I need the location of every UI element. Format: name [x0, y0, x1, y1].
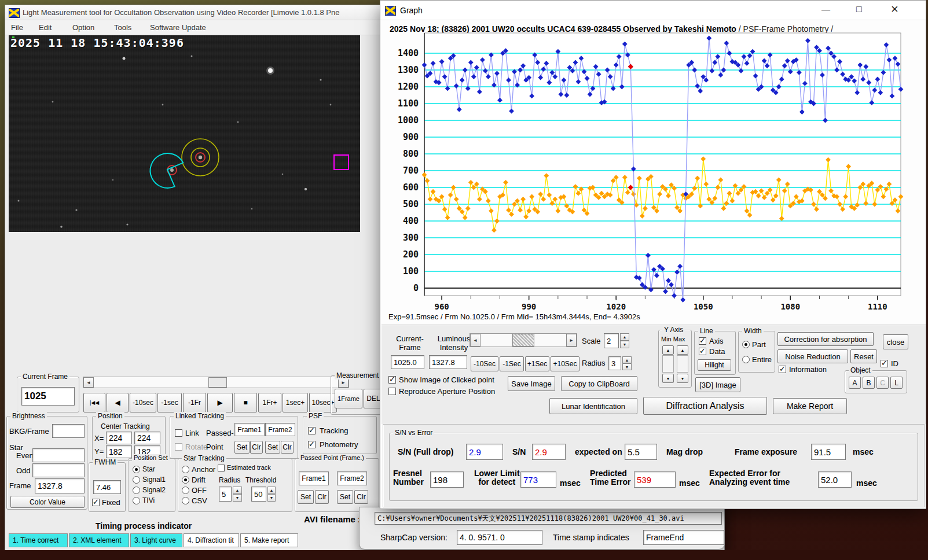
graph-scroll-left-icon[interactable]: ◄: [470, 334, 480, 347]
make-report-button[interactable]: Make Report: [773, 398, 847, 414]
reproduce-checkbox[interactable]: [388, 388, 396, 395]
estimated-track-checkbox[interactable]: [218, 465, 225, 471]
passed-clr2-button[interactable]: Clr: [354, 490, 368, 504]
linked-clr1-button[interactable]: Clr: [250, 441, 263, 454]
passed-set1-button[interactable]: Set: [298, 490, 314, 504]
scale-up-icon[interactable]: ▲: [620, 333, 629, 341]
radio-star[interactable]: [133, 466, 140, 473]
threshold-spinner[interactable]: ▲▼: [267, 487, 276, 502]
line-axis-checkbox[interactable]: [699, 337, 706, 345]
threshold-value[interactable]: 50: [251, 487, 266, 502]
x-tracking-value[interactable]: 224: [134, 432, 160, 444]
linked-clr2-button[interactable]: Clr: [281, 441, 294, 454]
close-button[interactable]: close: [883, 334, 908, 349]
light-curve-plot[interactable]: 0100200300400500600700800900100011001200…: [382, 32, 926, 321]
width-part-radio[interactable]: [742, 341, 750, 348]
menu-software-update[interactable]: Software Update: [150, 23, 206, 32]
radius-spinner[interactable]: ▲▼: [233, 487, 242, 502]
video-frame[interactable]: 2025 11 18 15:43:04:396: [9, 35, 360, 232]
ymin-up-button[interactable]: ▲: [662, 345, 674, 355]
timing-step-5[interactable]: 5. Make report: [240, 533, 298, 547]
plus-1sec-button[interactable]: 1sec+: [283, 393, 308, 412]
line-data-checkbox[interactable]: [699, 348, 706, 355]
radio-drift[interactable]: [182, 476, 189, 484]
radio-off[interactable]: [182, 487, 189, 494]
menu-file[interactable]: File: [11, 23, 23, 32]
radius-value[interactable]: 5: [219, 487, 232, 502]
plus-1frame-button[interactable]: 1Fr+: [258, 393, 281, 412]
passed-frame2-box[interactable]: Frame2: [337, 471, 367, 485]
even-input[interactable]: [32, 448, 85, 462]
sn-fulldrop-value[interactable]: 2.9: [466, 444, 503, 460]
sharpcap-version-value[interactable]: 4. 0. 9571. 0: [457, 530, 542, 545]
minus-10sec-button[interactable]: -10sec: [130, 393, 156, 412]
reset-button[interactable]: Reset: [850, 349, 877, 363]
graph-scrollbar[interactable]: ◄ ►: [469, 333, 577, 347]
video-scroll-thumb[interactable]: [208, 377, 227, 388]
passed-clr1-button[interactable]: Clr: [315, 490, 329, 504]
timing-step-4[interactable]: 4. Diffraction tit: [184, 533, 239, 547]
expected-on-value[interactable]: 5.5: [625, 444, 657, 460]
close-icon[interactable]: ×: [891, 2, 898, 17]
radio-anchor[interactable]: [182, 466, 189, 473]
fresnel-value[interactable]: 198: [430, 471, 464, 488]
radius-down-icon[interactable]: ▼: [233, 494, 242, 502]
gr-luminous-value[interactable]: 1327.8: [429, 355, 467, 369]
radio-signal1[interactable]: [133, 476, 140, 484]
scale-value[interactable]: 2: [604, 333, 619, 348]
linked-frame2-box[interactable]: Frame2: [265, 423, 295, 436]
current-frame-input[interactable]: 1025: [21, 387, 75, 406]
frame-brightness-value[interactable]: 1327.8: [35, 478, 85, 493]
diffraction-analysis-button[interactable]: Diffraction Analysis: [643, 397, 767, 415]
lower-limit-value[interactable]: 773: [520, 471, 556, 488]
object-a-button[interactable]: A: [849, 377, 861, 389]
linked-frame1-box[interactable]: Frame1: [234, 423, 265, 436]
minus-1frame-button[interactable]: -1Fr: [183, 393, 206, 412]
threshold-down-icon[interactable]: ▼: [267, 494, 276, 502]
passed-frame1-box[interactable]: Frame1: [299, 471, 329, 485]
timing-step-1[interactable]: 1. Time correct: [9, 533, 68, 547]
maximize-icon[interactable]: □: [856, 4, 862, 14]
gr-radius-up-icon[interactable]: ▲: [622, 356, 632, 363]
step-back-button[interactable]: ◀: [107, 393, 129, 412]
stop-button[interactable]: ■: [234, 393, 257, 412]
image-3d-button[interactable]: [3D] Image: [695, 377, 740, 392]
minimize-icon[interactable]: —: [821, 4, 830, 14]
predicted-value[interactable]: 539: [634, 471, 676, 488]
object-b-button[interactable]: B: [863, 377, 875, 389]
ymax-up-button[interactable]: ▲: [677, 345, 688, 355]
odd-input[interactable]: [32, 463, 85, 477]
radio-tivi[interactable]: [133, 497, 140, 504]
ymin-down-button[interactable]: ▼: [662, 374, 674, 383]
scroll-left-icon[interactable]: ◄: [83, 377, 94, 388]
gr-radius-spinner[interactable]: ▲▼: [622, 356, 632, 370]
one-frame-button[interactable]: 1Frame: [335, 389, 362, 408]
information-checkbox[interactable]: [779, 366, 786, 373]
skip-start-button[interactable]: |◀◀: [83, 393, 105, 412]
bkg-frame-input[interactable]: [52, 424, 85, 438]
object-l-button[interactable]: L: [890, 377, 903, 389]
correction-absorption-button[interactable]: Correction for absorption: [777, 332, 874, 346]
threshold-up-icon[interactable]: ▲: [267, 487, 276, 494]
passed-set2-button[interactable]: Set: [337, 490, 353, 504]
fwhm-value[interactable]: 7.46: [93, 480, 121, 494]
noise-reduction-button[interactable]: Noise Reduction: [777, 349, 848, 363]
width-entire-radio[interactable]: [742, 356, 750, 363]
show-image-checkbox[interactable]: [388, 376, 396, 384]
plus-1sec-graph-button[interactable]: +1Sec: [525, 356, 549, 371]
gr-current-frame-value[interactable]: 1025.0: [391, 355, 424, 369]
minus-10sec-graph-button[interactable]: -10Sec: [471, 356, 498, 371]
radio-signal2[interactable]: [133, 487, 140, 494]
x-center-value[interactable]: 224: [106, 432, 132, 444]
fwhm-fixed-checkbox[interactable]: [92, 499, 100, 506]
video-position-scrollbar[interactable]: ◄ ►: [83, 377, 349, 388]
hilight-button[interactable]: Hilight: [698, 359, 731, 371]
radio-csv[interactable]: [182, 497, 189, 504]
expected-error-value[interactable]: 52.0: [818, 471, 852, 488]
scale-spinner[interactable]: ▲▼: [620, 333, 629, 348]
timing-step-3[interactable]: 3. Light curve: [130, 533, 182, 547]
gr-radius-down-icon[interactable]: ▼: [622, 363, 632, 370]
color-value-button[interactable]: Color Value: [10, 496, 85, 508]
radius-up-icon[interactable]: ▲: [233, 487, 242, 494]
y-center-value[interactable]: 182: [106, 445, 132, 458]
